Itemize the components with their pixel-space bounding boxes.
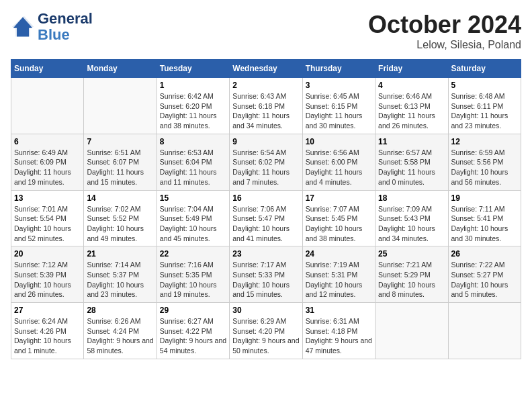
logo-general: General: [38, 10, 93, 27]
day-number: 31: [306, 306, 372, 315]
day-info: Sunrise: 6:56 AM Sunset: 6:00 PM Dayligh…: [306, 148, 372, 187]
weekday-wednesday: Wednesday: [230, 60, 302, 78]
calendar-body: 1Sunrise: 6:42 AM Sunset: 6:20 PM Daylig…: [11, 78, 521, 359]
calendar-cell: 2Sunrise: 6:43 AM Sunset: 6:18 PM Daylig…: [230, 78, 302, 134]
calendar-cell: 31Sunrise: 6:31 AM Sunset: 4:18 PM Dayli…: [302, 303, 375, 359]
calendar-cell: 18Sunrise: 7:09 AM Sunset: 5:43 PM Dayli…: [375, 190, 448, 246]
day-number: 30: [232, 306, 299, 315]
day-number: 6: [14, 137, 81, 146]
day-info: Sunrise: 7:06 AM Sunset: 5:47 PM Dayligh…: [232, 204, 299, 244]
page-header: General Blue October 2024 Lelow, Silesia…: [11, 11, 521, 51]
day-info: Sunrise: 7:16 AM Sunset: 5:35 PM Dayligh…: [160, 260, 226, 300]
day-info: Sunrise: 6:57 AM Sunset: 5:58 PM Dayligh…: [378, 148, 445, 187]
day-info: Sunrise: 6:49 AM Sunset: 6:09 PM Dayligh…: [14, 148, 81, 187]
day-number: 4: [378, 81, 445, 90]
day-number: 13: [14, 193, 81, 203]
day-info: Sunrise: 6:42 AM Sunset: 6:20 PM Dayligh…: [160, 91, 226, 131]
calendar-cell: [375, 303, 448, 359]
calendar-week-3: 13Sunrise: 7:01 AM Sunset: 5:54 PM Dayli…: [11, 190, 521, 246]
day-info: Sunrise: 6:51 AM Sunset: 6:07 PM Dayligh…: [87, 148, 153, 187]
calendar-cell: 21Sunrise: 7:14 AM Sunset: 5:37 PM Dayli…: [84, 246, 157, 303]
calendar-cell: 28Sunrise: 6:26 AM Sunset: 4:24 PM Dayli…: [84, 303, 157, 359]
day-number: 8: [160, 137, 226, 146]
day-info: Sunrise: 7:04 AM Sunset: 5:49 PM Dayligh…: [160, 204, 226, 244]
day-info: Sunrise: 7:11 AM Sunset: 5:41 PM Dayligh…: [451, 204, 518, 244]
title-block: October 2024 Lelow, Silesia, Poland: [368, 11, 521, 51]
calendar-cell: 15Sunrise: 7:04 AM Sunset: 5:49 PM Dayli…: [157, 190, 229, 246]
calendar-header: SundayMondayTuesdayWednesdayThursdayFrid…: [11, 60, 521, 78]
weekday-monday: Monday: [84, 60, 157, 78]
day-number: 27: [14, 306, 81, 315]
day-info: Sunrise: 6:46 AM Sunset: 6:13 PM Dayligh…: [378, 91, 445, 131]
day-number: 25: [378, 249, 445, 259]
calendar-cell: 16Sunrise: 7:06 AM Sunset: 5:47 PM Dayli…: [230, 190, 302, 246]
day-info: Sunrise: 7:21 AM Sunset: 5:29 PM Dayligh…: [378, 260, 445, 300]
calendar-cell: 17Sunrise: 7:07 AM Sunset: 5:45 PM Dayli…: [302, 190, 375, 246]
calendar-cell: 14Sunrise: 7:02 AM Sunset: 5:52 PM Dayli…: [84, 190, 157, 246]
day-info: Sunrise: 7:14 AM Sunset: 5:37 PM Dayligh…: [87, 260, 153, 300]
calendar-week-2: 6Sunrise: 6:49 AM Sunset: 6:09 PM Daylig…: [11, 134, 521, 190]
calendar-cell: 6Sunrise: 6:49 AM Sunset: 6:09 PM Daylig…: [11, 134, 84, 190]
day-number: 17: [306, 193, 372, 203]
day-info: Sunrise: 6:45 AM Sunset: 6:15 PM Dayligh…: [306, 91, 372, 131]
logo-icon: [11, 15, 35, 39]
day-info: Sunrise: 6:53 AM Sunset: 6:04 PM Dayligh…: [160, 148, 226, 187]
calendar-cell: 23Sunrise: 7:17 AM Sunset: 5:33 PM Dayli…: [230, 246, 302, 303]
calendar-cell: 12Sunrise: 6:59 AM Sunset: 5:56 PM Dayli…: [448, 134, 521, 190]
calendar-cell: 19Sunrise: 7:11 AM Sunset: 5:41 PM Dayli…: [448, 190, 521, 246]
day-number: 28: [87, 306, 153, 315]
weekday-sunday: Sunday: [11, 60, 84, 78]
calendar-cell: 13Sunrise: 7:01 AM Sunset: 5:54 PM Dayli…: [11, 190, 84, 246]
day-info: Sunrise: 7:02 AM Sunset: 5:52 PM Dayligh…: [87, 204, 153, 244]
day-info: Sunrise: 7:09 AM Sunset: 5:43 PM Dayligh…: [378, 204, 445, 244]
day-info: Sunrise: 6:43 AM Sunset: 6:18 PM Dayligh…: [232, 91, 299, 131]
day-info: Sunrise: 6:26 AM Sunset: 4:24 PM Dayligh…: [87, 316, 153, 356]
calendar-cell: 24Sunrise: 7:19 AM Sunset: 5:31 PM Dayli…: [302, 246, 375, 303]
calendar-cell: 5Sunrise: 6:48 AM Sunset: 6:11 PM Daylig…: [448, 78, 521, 134]
calendar-title: October 2024: [368, 11, 521, 39]
day-number: 18: [378, 193, 445, 203]
day-info: Sunrise: 7:17 AM Sunset: 5:33 PM Dayligh…: [232, 260, 299, 300]
day-number: 29: [160, 306, 226, 315]
calendar-cell: 7Sunrise: 6:51 AM Sunset: 6:07 PM Daylig…: [84, 134, 157, 190]
weekday-tuesday: Tuesday: [157, 60, 229, 78]
weekday-friday: Friday: [375, 60, 448, 78]
calendar-cell: 3Sunrise: 6:45 AM Sunset: 6:15 PM Daylig…: [302, 78, 375, 134]
day-info: Sunrise: 6:29 AM Sunset: 4:20 PM Dayligh…: [232, 316, 299, 356]
calendar-table: SundayMondayTuesdayWednesdayThursdayFrid…: [11, 59, 521, 359]
logo: General Blue: [11, 11, 93, 43]
weekday-saturday: Saturday: [448, 60, 521, 78]
calendar-cell: 25Sunrise: 7:21 AM Sunset: 5:29 PM Dayli…: [375, 246, 448, 303]
calendar-week-5: 27Sunrise: 6:24 AM Sunset: 4:26 PM Dayli…: [11, 303, 521, 359]
calendar-cell: 30Sunrise: 6:29 AM Sunset: 4:20 PM Dayli…: [230, 303, 302, 359]
day-info: Sunrise: 6:24 AM Sunset: 4:26 PM Dayligh…: [14, 316, 81, 356]
day-number: 9: [232, 137, 299, 146]
calendar-cell: 20Sunrise: 7:12 AM Sunset: 5:39 PM Dayli…: [11, 246, 84, 303]
calendar-cell: 9Sunrise: 6:54 AM Sunset: 6:02 PM Daylig…: [230, 134, 302, 190]
day-number: 19: [451, 193, 518, 203]
day-info: Sunrise: 6:59 AM Sunset: 5:56 PM Dayligh…: [451, 148, 518, 187]
calendar-cell: 4Sunrise: 6:46 AM Sunset: 6:13 PM Daylig…: [375, 78, 448, 134]
day-info: Sunrise: 6:54 AM Sunset: 6:02 PM Dayligh…: [232, 148, 299, 187]
day-number: 24: [306, 249, 372, 259]
calendar-cell: 8Sunrise: 6:53 AM Sunset: 6:04 PM Daylig…: [157, 134, 229, 190]
day-number: 7: [87, 137, 153, 146]
calendar-cell: 22Sunrise: 7:16 AM Sunset: 5:35 PM Dayli…: [157, 246, 229, 303]
day-number: 22: [160, 249, 226, 259]
day-info: Sunrise: 7:12 AM Sunset: 5:39 PM Dayligh…: [14, 260, 81, 300]
calendar-cell: 29Sunrise: 6:27 AM Sunset: 4:22 PM Dayli…: [157, 303, 229, 359]
calendar-subtitle: Lelow, Silesia, Poland: [368, 39, 521, 51]
day-info: Sunrise: 6:27 AM Sunset: 4:22 PM Dayligh…: [160, 316, 226, 356]
day-number: 11: [378, 137, 445, 146]
day-number: 3: [306, 81, 372, 90]
day-info: Sunrise: 6:48 AM Sunset: 6:11 PM Dayligh…: [451, 91, 518, 131]
day-info: Sunrise: 7:07 AM Sunset: 5:45 PM Dayligh…: [306, 204, 372, 244]
day-number: 23: [232, 249, 299, 259]
calendar-cell: 1Sunrise: 6:42 AM Sunset: 6:20 PM Daylig…: [157, 78, 229, 134]
day-number: 5: [451, 81, 518, 90]
calendar-cell: 10Sunrise: 6:56 AM Sunset: 6:00 PM Dayli…: [302, 134, 375, 190]
day-info: Sunrise: 7:01 AM Sunset: 5:54 PM Dayligh…: [14, 204, 81, 244]
day-number: 21: [87, 249, 153, 259]
day-number: 15: [160, 193, 226, 203]
calendar-cell: 27Sunrise: 6:24 AM Sunset: 4:26 PM Dayli…: [11, 303, 84, 359]
